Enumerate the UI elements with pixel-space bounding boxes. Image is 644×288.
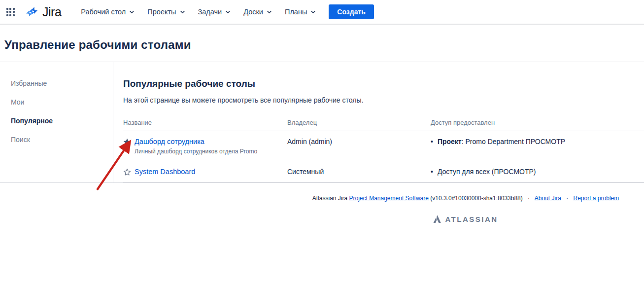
sidebar: Избранные Мои Популярное Поиск <box>0 62 113 182</box>
access-cell: • Доступ для всех (ПРОСМОТР) <box>431 168 644 176</box>
footer: Atlassian Jira Project Management Softwa… <box>287 183 644 202</box>
jira-logo-text: Jira <box>42 5 61 19</box>
footer-version: (v10.3.0#10030000-sha1:8033b88) <box>430 195 523 202</box>
jira-logo-icon <box>25 5 39 19</box>
footer-text: Atlassian Jira <box>312 195 347 202</box>
app-switcher-icon[interactable] <box>3 4 18 19</box>
section-heading: Популярные рабочие столы <box>123 78 644 89</box>
page-title: Управление рабочими столами <box>4 38 634 52</box>
chevron-down-icon <box>180 9 185 15</box>
atlassian-logo-text: ATLASSIAN <box>445 215 498 223</box>
bullet: • <box>431 168 433 176</box>
atlassian-logo: ATLASSIAN <box>287 215 644 223</box>
nav-item-label: Проекты <box>147 8 176 16</box>
owner-cell: Системный <box>287 161 431 182</box>
access-value: Доступ для всех (ПРОСМОТР) <box>438 168 536 176</box>
chevron-down-icon <box>225 9 231 15</box>
footer-report-link[interactable]: Report a problem <box>574 195 619 202</box>
footer-separator: · <box>524 195 533 202</box>
atlassian-mark-icon <box>433 215 441 223</box>
create-button[interactable]: Создать <box>329 4 374 19</box>
nav-item-dashboards[interactable]: Рабочий стол <box>81 8 135 16</box>
nav-item-label: Задачи <box>198 8 222 16</box>
chevron-down-icon <box>267 9 272 15</box>
dashboard-subtitle: Личный дашборд сотрудников отдела Promo <box>135 148 257 155</box>
top-navigation: Jira Рабочий стол Проекты Задачи Доски П… <box>0 0 644 25</box>
page-header: Управление рабочими столами <box>0 25 644 62</box>
nav-item-label: Рабочий стол <box>81 8 126 16</box>
table-row: System Dashboard Системный • Доступ для … <box>123 161 644 182</box>
sidebar-item-search[interactable]: Поиск <box>11 134 113 145</box>
bullet: • <box>431 138 433 146</box>
section-description: На этой странице вы можете просмотреть в… <box>123 96 644 104</box>
table-row: Дашборд сотрудника Личный дашборд сотруд… <box>123 131 644 161</box>
content-area: Избранные Мои Популярное Поиск Популярны… <box>0 62 644 183</box>
nav-item-projects[interactable]: Проекты <box>147 8 185 16</box>
chevron-down-icon <box>310 9 316 15</box>
star-filled-icon[interactable] <box>123 138 131 146</box>
table-header-row: Название Владелец Доступ предоставлен <box>123 116 644 131</box>
access-text: Проект: Promo Department ПРОСМОТР <box>438 138 565 146</box>
sidebar-item-my[interactable]: Мои <box>11 97 113 108</box>
nav-item-plans[interactable]: Планы <box>285 8 316 16</box>
owner-cell: Admin (admin) <box>287 131 431 161</box>
sidebar-item-popular[interactable]: Популярное <box>11 115 113 126</box>
column-header-access: Доступ предоставлен <box>431 116 644 131</box>
access-cell: • Проект: Promo Department ПРОСМОТР <box>431 138 644 146</box>
dashboard-link[interactable]: System Dashboard <box>135 168 195 176</box>
jira-logo[interactable]: Jira <box>25 5 61 19</box>
nav-item-issues[interactable]: Задачи <box>198 8 231 16</box>
column-header-owner: Владелец <box>287 116 431 131</box>
main-panel: Популярные рабочие столы На этой страниц… <box>113 62 644 182</box>
footer-separator: · <box>563 195 572 202</box>
main-menu: Рабочий стол Проекты Задачи Доски Планы <box>81 8 316 16</box>
access-type: Проект <box>438 138 462 145</box>
chevron-down-icon <box>129 9 135 15</box>
sidebar-item-favorites[interactable]: Избранные <box>11 78 113 89</box>
footer-software-link[interactable]: Project Management Software <box>349 195 429 202</box>
nav-item-boards[interactable]: Доски <box>243 8 272 16</box>
dashboard-link[interactable]: Дашборд сотрудника <box>135 138 204 145</box>
column-header-name: Название <box>123 116 287 131</box>
dashboards-table: Название Владелец Доступ предоставлен Да… <box>123 116 644 182</box>
access-value: : Promo Department ПРОСМОТР <box>462 138 565 145</box>
star-outline-icon[interactable] <box>123 168 131 176</box>
footer-about-link[interactable]: About Jira <box>535 195 561 202</box>
nav-item-label: Планы <box>285 8 307 16</box>
nav-item-label: Доски <box>243 8 263 16</box>
